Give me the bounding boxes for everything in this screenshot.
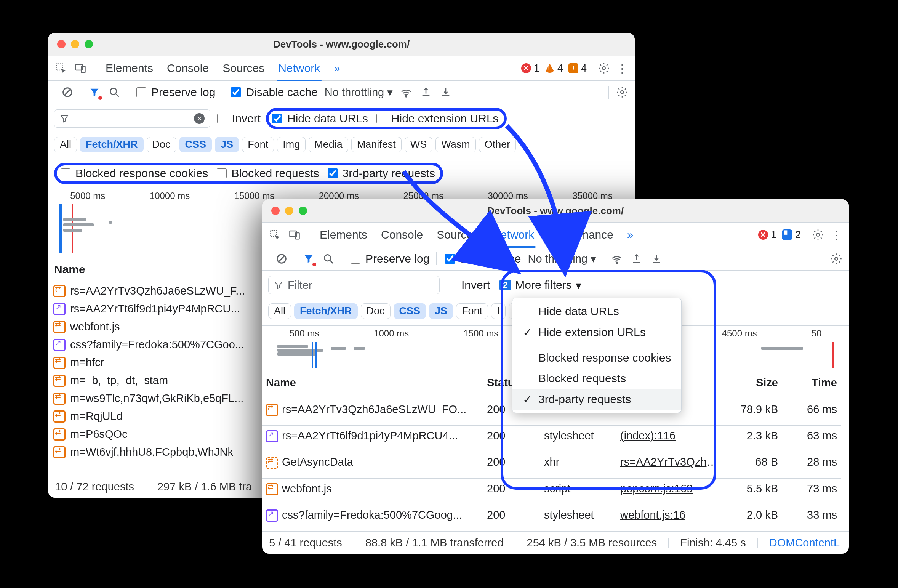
menu-hide-data-urls[interactable]: Hide data URLs [512,301,681,322]
maximize-icon[interactable] [85,40,93,48]
request-row[interactable]: css?family=Fredoka:500%7CGoog... [262,505,483,531]
type-filter-img[interactable]: Img [277,137,306,152]
upload-icon[interactable] [419,86,432,99]
request-row[interactable]: GetAsyncData [262,452,483,478]
script-icon [53,285,66,297]
search-icon[interactable] [322,252,335,265]
tab-elements[interactable]: Elements [320,223,367,247]
type-filter-fetchxhr[interactable]: Fetch/XHR [80,137,144,152]
request-row[interactable]: rs=AA2YrTv3Qzh6Ja6eSLzWU_FO... [262,399,483,426]
blocked-response-cookies-checkbox[interactable]: Blocked response cookies [59,167,208,180]
tab-sources[interactable]: Sources [437,223,479,247]
filter-input[interactable]: ✕ [54,109,210,128]
domcontentloaded-link[interactable]: DOMContentL [769,537,840,549]
hide-extension-urls-checkbox[interactable]: Hide extension URLs [375,112,499,125]
cell: 200 [483,452,540,478]
tab-network[interactable]: Network [492,223,534,247]
preserve-log-checkbox[interactable]: Preserve log [135,86,215,99]
type-filter-js[interactable]: JS [215,137,239,152]
download-icon[interactable] [439,86,452,99]
network-conditions-icon[interactable] [400,86,413,99]
tab-network[interactable]: Network [278,56,320,80]
inspect-element-icon[interactable] [268,228,281,241]
third-party-requests-checkbox[interactable]: 3rd-party requests [326,167,435,180]
type-filter-all[interactable]: All [268,303,291,319]
device-toggle-icon[interactable] [288,228,301,241]
tabs-overflow-icon[interactable]: » [627,223,634,247]
request-name: m=ws9Tlc,n73qwf,GkRiKb,e5qFL... [70,392,243,405]
menu-hide-extension-urls[interactable]: ✓Hide extension URLs [512,322,681,343]
warning-count[interactable]: !4 [545,62,563,74]
network-conditions-icon[interactable] [610,252,623,265]
gear-icon[interactable] [830,252,843,265]
gear-icon[interactable] [597,62,610,75]
error-count[interactable]: ✕1 [521,62,539,74]
device-toggle-icon[interactable] [74,62,87,75]
search-icon[interactable] [108,86,121,99]
tab-performance[interactable]: Performance [548,223,613,247]
hide-data-urls-checkbox[interactable]: Hide data URLs [271,112,368,125]
type-filter-i[interactable]: I [491,303,506,319]
type-filter-fetchxhr[interactable]: Fetch/XHR [294,303,358,319]
more-icon[interactable]: ⋮ [616,62,629,75]
type-filter-doc[interactable]: Doc [147,137,176,152]
filter-toggle-icon[interactable] [302,252,315,265]
filter-toggle-icon[interactable] [88,86,101,99]
menu-blocked-response-cookies[interactable]: Blocked response cookies [512,348,681,368]
error-count[interactable]: ✕1 [758,229,776,241]
tab-elements[interactable]: Elements [106,56,153,80]
upload-icon[interactable] [630,252,643,265]
column-size[interactable]: Size [723,372,782,399]
column-time[interactable]: Time [782,372,841,399]
close-icon[interactable] [57,40,66,48]
request-row[interactable]: rs=AA2YrTt6lf9d1pi4yP4MpRCU4... [262,426,483,452]
inspect-element-icon[interactable] [54,62,67,75]
type-filter-media[interactable]: Media [309,137,348,152]
funnel-icon [60,114,69,123]
column-name[interactable]: Name [262,372,483,399]
type-filter-font[interactable]: Font [456,303,488,319]
more-filters-dropdown[interactable]: 2 More filters ▾ [499,279,581,292]
tick-label: 500 ms [289,328,319,339]
type-filter-ws[interactable]: WS [405,137,433,152]
type-filter-css[interactable]: CSS [394,303,426,319]
type-filter-font[interactable]: Font [242,137,274,152]
close-icon[interactable] [271,207,280,215]
issue-count[interactable]: !4 [568,62,587,74]
menu-third-party-requests[interactable]: ✓3rd-party requests [512,389,681,410]
disable-cache-checkbox[interactable]: sable cache [443,252,521,265]
preserve-log-checkbox[interactable]: Preserve log [349,252,429,265]
download-icon[interactable] [650,252,663,265]
minimize-icon[interactable] [285,207,293,215]
type-filter-all[interactable]: All [54,137,77,152]
type-filter-other[interactable]: Other [479,137,516,152]
issue-count[interactable]: ▘2 [782,229,801,241]
menu-blocked-requests[interactable]: Blocked requests [512,368,681,389]
type-filter-css[interactable]: CSS [179,137,212,152]
throttling-select[interactable]: No throttling ▾ [528,252,596,265]
tabs-overflow-icon[interactable]: » [334,56,340,80]
blocked-requests-checkbox[interactable]: Blocked requests [215,167,319,180]
invert-checkbox[interactable]: Invert [216,112,261,125]
gear-icon[interactable] [812,228,824,241]
minimize-icon[interactable] [71,40,79,48]
type-filter-wasm[interactable]: Wasm [435,137,476,152]
type-filter-manifest[interactable]: Manifest [351,137,402,152]
maximize-icon[interactable] [299,207,307,215]
type-filter-doc[interactable]: Doc [361,303,391,319]
more-icon[interactable]: ⋮ [830,228,843,241]
type-filter-js[interactable]: JS [429,303,453,319]
tab-sources[interactable]: Sources [222,56,264,80]
tab-console[interactable]: Console [381,223,423,247]
invert-checkbox[interactable]: Invert [445,279,490,292]
request-row[interactable]: webfont.js [262,479,483,505]
tick-label: 4500 ms [722,328,757,339]
gear-icon[interactable] [616,86,629,99]
filter-input[interactable]: Filter [268,276,440,294]
clear-icon[interactable] [275,252,288,265]
clear-icon[interactable] [61,86,74,99]
disable-cache-checkbox[interactable]: Disable cache [229,86,317,99]
tab-console[interactable]: Console [167,56,209,80]
clear-filter-icon[interactable]: ✕ [194,113,205,124]
throttling-select[interactable]: No throttling ▾ [325,86,393,99]
